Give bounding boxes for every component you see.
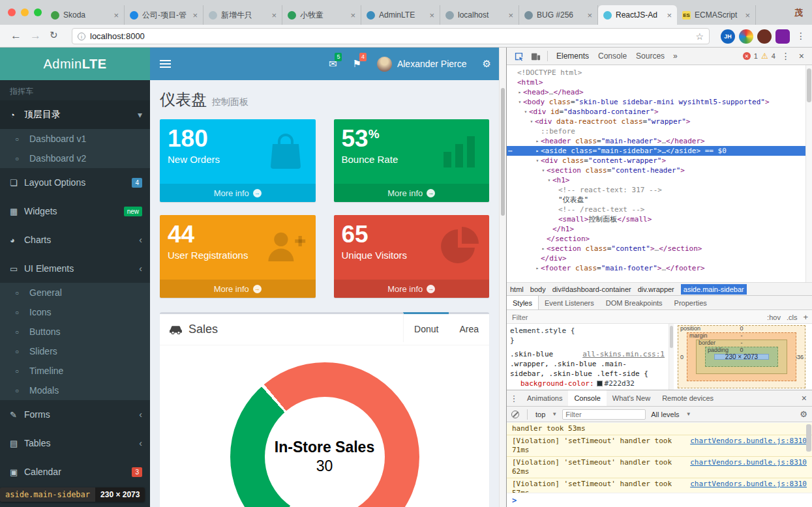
css-selector[interactable]: sidebar, .skin-blue .left-side { bbox=[510, 369, 667, 379]
log-level-select[interactable]: All levels bbox=[651, 411, 679, 418]
devtools-tab-console[interactable]: Console bbox=[594, 48, 631, 64]
expand-arrow-icon[interactable]: ▸ bbox=[534, 136, 541, 146]
browser-tab[interactable]: 公司-项目-管× bbox=[125, 5, 203, 25]
expand-arrow-icon[interactable]: ▾ bbox=[534, 156, 541, 166]
dom-tree-line[interactable]: ⋯▸<aside class="main-sidebar">…</aside> … bbox=[507, 146, 805, 156]
styles-tab-styles[interactable]: Styles bbox=[507, 296, 539, 310]
sidebar-item-forms[interactable]: ✎Forms‹ bbox=[0, 400, 150, 429]
css-property-value[interactable]: #222d32 bbox=[605, 379, 635, 388]
styles-scrollbar-thumb[interactable] bbox=[670, 326, 673, 348]
warning-count[interactable]: 4 bbox=[772, 52, 775, 60]
error-count-icon[interactable]: ✕ bbox=[743, 52, 751, 60]
clear-console-icon[interactable] bbox=[511, 411, 519, 418]
user-menu[interactable]: Alexander Pierce bbox=[369, 48, 475, 80]
breadcrumb-body[interactable]: body bbox=[530, 285, 546, 293]
browser-tab[interactable]: ReactJS-Ad× bbox=[598, 5, 677, 25]
tab-close-icon[interactable]: × bbox=[429, 10, 434, 20]
styles-tab-dom-breakpoints[interactable]: DOM Breakpoints bbox=[600, 296, 669, 310]
url-text[interactable]: localhost:8000 bbox=[90, 31, 691, 41]
expand-arrow-icon[interactable]: ▸ bbox=[517, 87, 523, 97]
dom-tree-line[interactable]: ▸<header class="main-header">…</header> bbox=[507, 136, 805, 146]
close-window-button[interactable] bbox=[8, 8, 16, 16]
breadcrumb-div-dashboard-container[interactable]: div#dashboard-container bbox=[552, 285, 631, 293]
dom-tree-line[interactable]: ▾<div class="content-wrapper"> bbox=[507, 156, 805, 166]
sidebar-item-buttons[interactable]: ○Buttons bbox=[0, 322, 150, 341]
sidebar-item-timeline[interactable]: ○Timeline bbox=[0, 361, 150, 381]
browser-tab[interactable]: ESECMAScript× bbox=[677, 5, 756, 25]
css-property-name[interactable]: background-color: bbox=[520, 379, 594, 388]
css-property-line[interactable]: background-color:#222d32 bbox=[510, 379, 667, 388]
sidebar-item-icons[interactable]: ○Icons bbox=[0, 302, 150, 322]
drawer-tab-what-s-new[interactable]: What's New bbox=[607, 390, 656, 406]
tab-close-icon[interactable]: × bbox=[667, 10, 672, 20]
styles-tab-event-listeners[interactable]: Event Listeners bbox=[539, 296, 600, 310]
expand-arrow-icon[interactable]: ▾ bbox=[546, 175, 552, 185]
sidebar-item-sliders[interactable]: ○Sliders bbox=[0, 341, 150, 361]
breadcrumb-html[interactable]: html bbox=[510, 285, 524, 293]
dom-tree-line[interactable]: </section> bbox=[507, 234, 805, 244]
browser-tab[interactable]: 小牧童× bbox=[282, 5, 361, 25]
styles-filter-input[interactable] bbox=[511, 313, 589, 322]
extension-icon-1[interactable] bbox=[757, 29, 772, 44]
console-source-link[interactable]: chartVendors.bundle.js:8310 bbox=[690, 458, 807, 467]
color-swatch[interactable] bbox=[597, 381, 603, 386]
bookmark-star-icon[interactable]: ☆ bbox=[695, 31, 704, 42]
console-filter-input[interactable] bbox=[562, 409, 646, 420]
tab-close-icon[interactable]: × bbox=[745, 10, 750, 20]
margin-top-value[interactable]: - bbox=[687, 332, 796, 339]
tab-close-icon[interactable]: × bbox=[587, 10, 592, 20]
dom-tree-line[interactable]: ▾<div id="dashboard-container"> bbox=[507, 107, 805, 117]
expand-arrow-icon[interactable]: ▾ bbox=[540, 166, 547, 175]
drawer-menu-icon[interactable]: ⋮ bbox=[507, 394, 521, 403]
expand-arrow-icon[interactable]: ▾ bbox=[522, 107, 529, 117]
dom-tree-line[interactable]: ▸<footer class="main-footer">…</footer> bbox=[507, 263, 805, 273]
address-bar[interactable]: i localhost:8000 ☆ bbox=[72, 28, 710, 44]
expand-arrow-icon[interactable]: ▾ bbox=[528, 117, 535, 126]
breadcrumb-div-wrapper[interactable]: div.wrapper bbox=[638, 285, 674, 293]
dom-tree-line[interactable]: ▾<div data-reactroot class="wrapper"> bbox=[507, 117, 805, 126]
sidebar-item-layout-options[interactable]: ❏Layout Options4 bbox=[0, 168, 150, 197]
breadcrumb-aside-main-sidebar[interactable]: aside.main-sidebar bbox=[681, 284, 747, 295]
browser-menu-icon[interactable]: ⋮ bbox=[796, 31, 805, 41]
content-size[interactable]: 230 × 2073 bbox=[714, 354, 769, 360]
sidebar-item-modals[interactable]: ○Modals bbox=[0, 381, 150, 400]
expand-arrow-icon[interactable]: ▾ bbox=[517, 97, 523, 107]
expand-arrow-icon[interactable]: ▸ bbox=[534, 263, 541, 273]
sidebar-item-charts[interactable]: ◕Charts‹ bbox=[0, 225, 150, 254]
dom-tree-line[interactable]: ▾<body class="skin-blue sidebar-mini wys… bbox=[507, 97, 805, 107]
dom-tree-line[interactable]: </div> bbox=[507, 254, 805, 263]
devtools-scrollbar-thumb[interactable] bbox=[807, 68, 811, 102]
page-info-icon[interactable]: i bbox=[78, 33, 85, 40]
console-scrollbar-thumb[interactable] bbox=[806, 424, 811, 452]
sidebar-item-dashboard-v2[interactable]: ○Dashboard v2 bbox=[0, 149, 150, 168]
more-info-link[interactable]: More info→ bbox=[334, 280, 490, 298]
browser-tab[interactable]: 新增牛只× bbox=[203, 5, 282, 25]
back-button[interactable]: ← bbox=[10, 29, 22, 42]
border-top-value[interactable]: - bbox=[697, 340, 787, 346]
control-sidebar-toggle[interactable]: ⚙ bbox=[475, 48, 499, 80]
reload-button[interactable]: ↻ bbox=[50, 29, 58, 41]
inspect-element-icon[interactable] bbox=[511, 50, 526, 63]
sidebar-item-general[interactable]: ○General bbox=[0, 283, 150, 302]
position-left-value[interactable]: 0 bbox=[680, 354, 684, 360]
drawer-tab-remote-devices[interactable]: Remote devices bbox=[656, 390, 719, 406]
styles-tab-properties[interactable]: Properties bbox=[669, 296, 713, 310]
dom-tree-line[interactable]: ▾<section class="content-header"> bbox=[507, 166, 805, 175]
dom-tree-line[interactable]: <!DOCTYPE html> bbox=[507, 68, 805, 78]
new-style-rule-button[interactable]: + bbox=[803, 312, 808, 322]
dom-tree-line[interactable]: <small>控制面板</small> bbox=[507, 214, 805, 224]
console-source-link[interactable]: chartVendors.bundle.js:8310 bbox=[690, 480, 807, 489]
execution-context-select[interactable]: top bbox=[535, 411, 545, 418]
profile-avatar-icon[interactable] bbox=[739, 29, 753, 44]
browser-tab[interactable]: Skoda× bbox=[46, 5, 125, 25]
position-top-value[interactable]: 0 bbox=[678, 325, 805, 332]
extension-avatar-jh[interactable]: JH bbox=[721, 29, 735, 44]
device-toolbar-icon[interactable] bbox=[528, 50, 543, 63]
dom-tree-line[interactable]: ▸<head>…</head> bbox=[507, 87, 805, 97]
sidebar-item-dashboard-v1[interactable]: ○Dashboard v1 bbox=[0, 129, 150, 149]
sidebar-item-widgets[interactable]: ▦Widgetsnew bbox=[0, 197, 150, 225]
dom-tree-line[interactable]: "仪表盘" bbox=[507, 195, 805, 205]
css-rule-line[interactable]: } bbox=[510, 336, 667, 345]
expand-arrow-icon[interactable]: ▸ bbox=[540, 244, 547, 254]
browser-tab[interactable]: AdminLTE× bbox=[361, 5, 440, 25]
